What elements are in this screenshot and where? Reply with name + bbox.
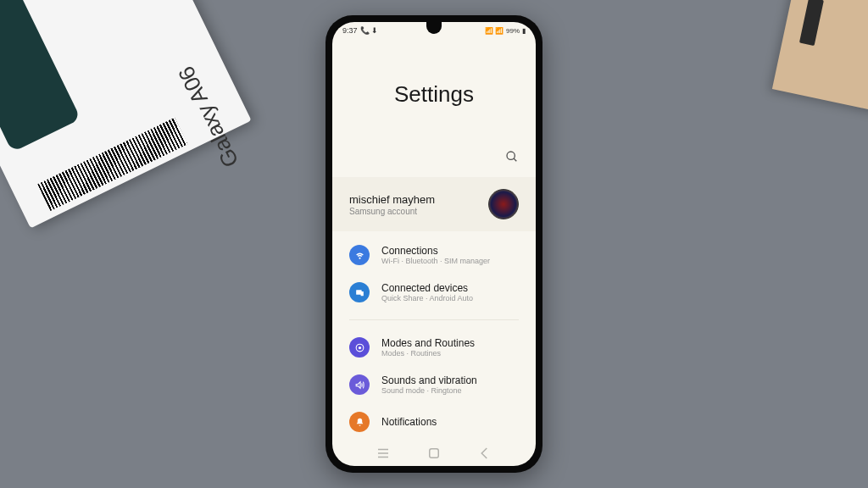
item-subtitle: Quick Share · Android Auto [381, 294, 519, 302]
item-subtitle: Modes · Routines [381, 349, 519, 358]
account-name: mischief mayhem [349, 193, 488, 206]
svg-point-5 [358, 346, 360, 348]
svg-rect-9 [430, 449, 439, 458]
search-row [332, 150, 536, 177]
product-box: Galaxy A06 [0, 0, 252, 228]
home-button[interactable] [426, 446, 442, 461]
settings-group-2: Modes and Routines Modes · Routines Soun… [332, 324, 536, 446]
battery-percent: 99% [506, 27, 520, 35]
status-icons-left: 📞 ⬇ [360, 26, 379, 35]
page-title: Settings [332, 81, 536, 108]
samsung-account-row[interactable]: mischief mayhem Samsung account [332, 177, 536, 231]
signal-icon: 📶 📶 [485, 27, 504, 35]
status-time: 9:37 [342, 26, 358, 35]
box-phone-image [0, 0, 81, 152]
wifi-icon [349, 245, 370, 265]
item-title: Sounds and vibration [381, 374, 519, 386]
item-title: Notifications [381, 416, 519, 428]
item-subtitle: Wi-Fi · Bluetooth · SIM manager [381, 257, 519, 265]
settings-item-sounds-vibration[interactable]: Sounds and vibration Sound mode · Ringto… [332, 366, 536, 403]
item-subtitle: Sound mode · Ringtone [381, 386, 519, 395]
hinge [799, 0, 824, 46]
battery-icon: ▮ [522, 27, 526, 35]
recents-button[interactable] [376, 446, 391, 461]
search-icon[interactable] [505, 150, 519, 167]
routines-icon [349, 337, 370, 358]
back-button[interactable] [477, 446, 492, 461]
item-title: Modes and Routines [381, 337, 519, 349]
settings-group-1: Connections Wi-Fi · Bluetooth · SIM mana… [332, 231, 536, 316]
item-title: Connected devices [381, 282, 519, 294]
navigation-bar [332, 441, 536, 466]
notifications-icon [349, 412, 370, 432]
phone-device: 9:37 📞 ⬇ 📶 📶 99% ▮ Settings mischief may… [326, 15, 542, 473]
box-barcode [37, 118, 187, 211]
item-title: Connections [381, 245, 519, 257]
svg-rect-3 [360, 291, 363, 295]
settings-item-connections[interactable]: Connections Wi-Fi · Bluetooth · SIM mana… [332, 236, 536, 274]
settings-item-modes-routines[interactable]: Modes and Routines Modes · Routines [332, 329, 536, 366]
settings-item-notifications[interactable]: Notifications [332, 403, 536, 441]
box-product-name: Galaxy A06 [173, 63, 244, 172]
avatar [488, 189, 519, 219]
svg-point-0 [507, 152, 515, 159]
account-subtitle: Samsung account [349, 207, 488, 216]
settings-item-connected-devices[interactable]: Connected devices Quick Share · Android … [332, 274, 536, 311]
phone-screen: 9:37 📞 ⬇ 📶 📶 99% ▮ Settings mischief may… [332, 22, 536, 466]
wooden-object [772, 0, 868, 112]
settings-header: Settings [332, 39, 536, 150]
svg-line-1 [514, 158, 516, 161]
devices-icon [349, 282, 370, 302]
divider [349, 319, 519, 320]
sound-icon [349, 374, 370, 395]
